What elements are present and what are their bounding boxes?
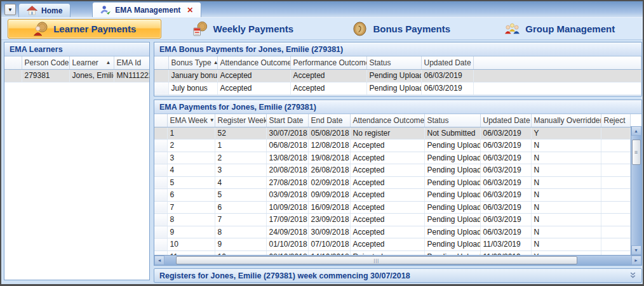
tab-ema-management[interactable]: EMA Management ✕ — [92, 2, 201, 17]
column-header[interactable]: Status — [366, 56, 421, 69]
table-row[interactable]: 7610/09/201816/09/2018AcceptedPending Up… — [154, 201, 630, 214]
table-cell: 26/08/2018 — [308, 164, 350, 177]
column-header[interactable]: EMA Id — [114, 56, 149, 69]
ema-payments-panel-title: EMA Payments for Jones, Emilie (279381) — [154, 100, 641, 114]
table-cell: 7 — [167, 201, 215, 214]
table-row[interactable]: 4320/08/201826/08/2018AcceptedPending Up… — [154, 164, 630, 177]
table-cell: 06/03/2019 — [480, 189, 531, 202]
column-header[interactable]: Learner▲ — [69, 56, 114, 69]
table-cell: Pending Upload — [424, 189, 480, 202]
table-row[interactable]: 279381Jones, EmilieMN111222 — [4, 69, 149, 82]
table-cell: Y — [531, 127, 601, 140]
bonus-payments-button[interactable]: Bonus Payments — [325, 19, 478, 39]
row-indicator — [154, 250, 167, 255]
column-header[interactable]: Start Date — [266, 114, 308, 127]
column-header[interactable]: Reject — [601, 114, 630, 127]
scroll-right-icon[interactable]: ► — [631, 256, 641, 265]
table-cell: No register — [350, 127, 424, 140]
table-cell: Rejected — [350, 250, 424, 255]
table-cell: N — [531, 226, 601, 238]
table-cell: Accepted — [290, 82, 366, 94]
column-header[interactable]: Updated Date — [421, 56, 473, 69]
table-cell: N — [531, 140, 601, 152]
table-cell: 4 — [215, 176, 266, 189]
scroll-left-icon[interactable]: ◄ — [154, 256, 164, 265]
column-header[interactable]: Manually Overridden — [531, 114, 601, 127]
table-cell: 06/03/2019 — [480, 226, 531, 238]
column-header[interactable]: Attendance Outcome — [350, 114, 424, 127]
close-tab-icon[interactable]: ✕ — [187, 6, 193, 15]
weekly-payments-button[interactable]: Weekly Payments — [166, 19, 320, 39]
table-cell — [601, 214, 630, 226]
collapse-icon[interactable] — [629, 272, 636, 279]
column-header[interactable]: Bonus Type▲ — [168, 56, 217, 69]
table-cell: Pending Upload — [424, 152, 480, 164]
registers-bar[interactable]: Registers for Jones, Emilie (279381) wee… — [154, 268, 642, 283]
horizontal-scroll-thumb[interactable]: ||| — [176, 256, 577, 264]
column-header[interactable]: Performance Outcome — [290, 56, 366, 69]
table-cell: Not Submitted — [424, 127, 480, 140]
learner-payments-button[interactable]: Learner Payments — [8, 19, 161, 39]
table-cell: 23/09/2018 — [308, 214, 350, 226]
column-header[interactable]: Attendance Outcome — [217, 56, 290, 69]
column-header[interactable]: End Date — [308, 114, 350, 127]
table-cell: 19/08/2018 — [308, 152, 350, 164]
table-cell — [601, 140, 630, 152]
table-cell: 06/03/2019 — [421, 69, 473, 82]
column-header[interactable]: Status — [424, 114, 480, 127]
vertical-scroll-thumb[interactable]: ≡ — [632, 140, 641, 165]
column-header[interactable]: Register Week — [215, 114, 266, 127]
scroll-down-icon[interactable]: ▼ — [631, 245, 641, 255]
table-cell: MN111222 — [114, 69, 149, 82]
table-cell: 08/10/2018 — [266, 250, 308, 255]
table-cell: 11/03/2019 — [480, 250, 531, 255]
ema-payments-table: EMA Week▼Register WeekStart DateEnd Date… — [154, 114, 631, 255]
table-cell — [601, 226, 630, 238]
table-cell: July bonus — [168, 82, 217, 94]
tab-label: EMA Management — [115, 6, 180, 15]
column-header[interactable]: Person Code — [22, 56, 69, 69]
table-row[interactable]: 5427/08/201802/09/2018AcceptedPending Up… — [154, 176, 630, 189]
table-cell: 2 — [215, 152, 266, 164]
table-cell: 20/08/2018 — [266, 164, 308, 177]
tab-home[interactable]: Home — [18, 3, 70, 17]
table-row[interactable]: 6503/09/201809/09/2018AcceptedPending Up… — [154, 189, 630, 202]
column-header[interactable]: EMA Week▼ — [167, 114, 215, 127]
table-row[interactable]: July bonusAcceptedAcceptedPending Upload… — [154, 82, 641, 94]
table-row[interactable]: 3213/08/201819/08/2018AcceptedPending Up… — [154, 152, 630, 164]
tab-list-dropdown-button[interactable]: ▼ — [4, 4, 16, 15]
sort-icon: ▲ — [211, 60, 217, 65]
column-header[interactable]: Updated Date — [480, 114, 531, 127]
table-row[interactable]: 9824/09/201830/09/2018AcceptedPending Up… — [154, 226, 630, 238]
table-cell: Y — [531, 250, 601, 255]
table-cell: 01/10/2018 — [266, 238, 308, 251]
table-cell — [601, 127, 630, 140]
table-header-row: Person CodeLearner▲EMA Id — [4, 56, 149, 69]
table-row[interactable]: 8717/09/201823/09/2018AcceptedPending Up… — [154, 214, 630, 226]
scroll-up-icon[interactable]: ▲ — [631, 126, 641, 136]
table-cell: Pending Upload — [424, 214, 480, 226]
table-cell: 10 — [215, 250, 266, 255]
group-management-button[interactable]: Group Management — [483, 19, 637, 39]
vertical-scrollbar[interactable]: ▲ ≡ ▼ — [631, 126, 641, 255]
table-cell: N — [531, 214, 601, 226]
table-cell — [601, 164, 630, 177]
table-cell: Pending Upload — [366, 69, 421, 82]
table-cell: 4 — [167, 164, 215, 177]
horizontal-scroll-track[interactable]: ||| — [164, 256, 631, 265]
tab-strip: ▼ Home EMA Management ✕ — [1, 1, 643, 18]
table-cell: N — [531, 164, 601, 177]
horizontal-scrollbar[interactable]: ◄ ||| ► — [154, 255, 641, 265]
table-cell: 05/08/2018 — [308, 127, 350, 140]
table-row[interactable]: 111008/10/201814/10/2018RejectedPending … — [154, 250, 630, 255]
table-cell: N — [531, 152, 601, 164]
table-row[interactable]: 15230/07/201805/08/2018No registerNot Su… — [154, 127, 630, 140]
table-cell: Accepted — [350, 214, 424, 226]
row-indicator — [154, 152, 167, 164]
table-row[interactable]: 2106/08/201812/08/2018AcceptedPending Up… — [154, 140, 630, 152]
table-row[interactable]: January bonusAcceptedAcceptedPending Upl… — [154, 69, 641, 82]
table-cell: 27/08/2018 — [266, 176, 308, 189]
table-cell: Accepted — [350, 176, 424, 189]
table-row[interactable]: 10901/10/201807/10/2018AcceptedPending U… — [154, 238, 630, 251]
row-indicator — [154, 201, 167, 214]
